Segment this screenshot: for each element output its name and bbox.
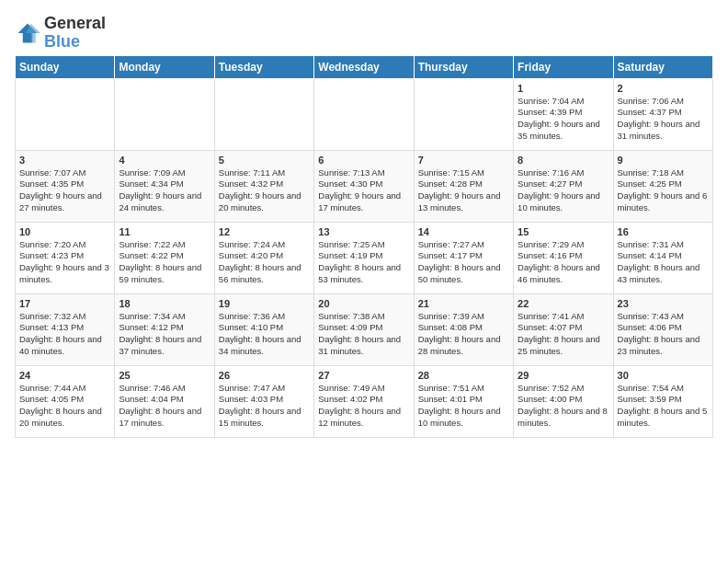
calendar-cell: 29Sunrise: 7:52 AM Sunset: 4:00 PM Dayli… bbox=[514, 365, 613, 437]
day-info: Sunrise: 7:22 AM Sunset: 4:22 PM Dayligh… bbox=[119, 239, 210, 286]
day-info: Sunrise: 7:06 AM Sunset: 4:37 PM Dayligh… bbox=[618, 96, 709, 143]
calendar-cell bbox=[115, 78, 214, 150]
day-number: 15 bbox=[518, 226, 609, 237]
calendar-cell: 17Sunrise: 7:32 AM Sunset: 4:13 PM Dayli… bbox=[16, 293, 115, 365]
day-info: Sunrise: 7:29 AM Sunset: 4:16 PM Dayligh… bbox=[518, 239, 609, 286]
calendar-table: SundayMondayTuesdayWednesdayThursdayFrid… bbox=[15, 55, 713, 438]
day-info: Sunrise: 7:32 AM Sunset: 4:13 PM Dayligh… bbox=[19, 311, 110, 358]
calendar-cell: 14Sunrise: 7:27 AM Sunset: 4:17 PM Dayli… bbox=[414, 222, 513, 293]
header-cell-wednesday: Wednesday bbox=[314, 55, 414, 78]
day-info: Sunrise: 7:47 AM Sunset: 4:03 PM Dayligh… bbox=[219, 383, 310, 430]
day-info: Sunrise: 7:44 AM Sunset: 4:05 PM Dayligh… bbox=[19, 383, 110, 430]
day-number: 23 bbox=[618, 298, 709, 309]
day-info: Sunrise: 7:51 AM Sunset: 4:01 PM Dayligh… bbox=[418, 383, 509, 430]
header-cell-sunday: Sunday bbox=[16, 55, 115, 78]
calendar-week-3: 17Sunrise: 7:32 AM Sunset: 4:13 PM Dayli… bbox=[16, 293, 713, 365]
calendar-cell: 25Sunrise: 7:46 AM Sunset: 4:04 PM Dayli… bbox=[115, 365, 214, 437]
header-cell-tuesday: Tuesday bbox=[214, 55, 313, 78]
calendar-cell: 19Sunrise: 7:36 AM Sunset: 4:10 PM Dayli… bbox=[214, 293, 313, 365]
day-number: 19 bbox=[219, 298, 310, 309]
calendar-cell: 26Sunrise: 7:47 AM Sunset: 4:03 PM Dayli… bbox=[214, 365, 313, 437]
day-info: Sunrise: 7:52 AM Sunset: 4:00 PM Dayligh… bbox=[518, 383, 609, 430]
day-number: 24 bbox=[19, 370, 110, 381]
day-info: Sunrise: 7:41 AM Sunset: 4:07 PM Dayligh… bbox=[518, 311, 609, 358]
day-number: 18 bbox=[119, 298, 210, 309]
day-info: Sunrise: 7:46 AM Sunset: 4:04 PM Dayligh… bbox=[119, 383, 210, 430]
header-row: SundayMondayTuesdayWednesdayThursdayFrid… bbox=[16, 55, 713, 78]
day-info: Sunrise: 7:31 AM Sunset: 4:14 PM Dayligh… bbox=[618, 239, 709, 286]
logo: GeneralBlue bbox=[15, 15, 106, 52]
calendar-cell bbox=[16, 78, 115, 150]
calendar-cell: 6Sunrise: 7:13 AM Sunset: 4:30 PM Daylig… bbox=[314, 150, 414, 222]
header-cell-thursday: Thursday bbox=[414, 55, 513, 78]
day-number: 13 bbox=[318, 226, 409, 237]
day-info: Sunrise: 7:49 AM Sunset: 4:02 PM Dayligh… bbox=[318, 383, 409, 430]
day-info: Sunrise: 7:07 AM Sunset: 4:35 PM Dayligh… bbox=[19, 167, 110, 214]
calendar-cell bbox=[214, 78, 313, 150]
day-number: 1 bbox=[518, 83, 609, 94]
calendar-cell: 22Sunrise: 7:41 AM Sunset: 4:07 PM Dayli… bbox=[514, 293, 613, 365]
day-number: 16 bbox=[618, 226, 709, 237]
calendar-cell: 10Sunrise: 7:20 AM Sunset: 4:23 PM Dayli… bbox=[16, 222, 115, 293]
calendar-cell: 20Sunrise: 7:38 AM Sunset: 4:09 PM Dayli… bbox=[314, 293, 414, 365]
calendar-cell: 23Sunrise: 7:43 AM Sunset: 4:06 PM Dayli… bbox=[613, 293, 712, 365]
calendar-cell: 2Sunrise: 7:06 AM Sunset: 4:37 PM Daylig… bbox=[613, 78, 712, 150]
calendar-cell: 24Sunrise: 7:44 AM Sunset: 4:05 PM Dayli… bbox=[16, 365, 115, 437]
day-number: 14 bbox=[418, 226, 509, 237]
day-number: 4 bbox=[119, 155, 210, 166]
day-number: 5 bbox=[219, 155, 310, 166]
calendar-header: SundayMondayTuesdayWednesdayThursdayFrid… bbox=[16, 55, 713, 78]
calendar-cell: 18Sunrise: 7:34 AM Sunset: 4:12 PM Dayli… bbox=[115, 293, 214, 365]
day-info: Sunrise: 7:11 AM Sunset: 4:32 PM Dayligh… bbox=[219, 167, 310, 214]
day-number: 22 bbox=[518, 298, 609, 309]
day-info: Sunrise: 7:09 AM Sunset: 4:34 PM Dayligh… bbox=[119, 167, 210, 214]
day-number: 26 bbox=[219, 370, 310, 381]
day-info: Sunrise: 7:27 AM Sunset: 4:17 PM Dayligh… bbox=[418, 239, 509, 286]
calendar-week-1: 3Sunrise: 7:07 AM Sunset: 4:35 PM Daylig… bbox=[16, 150, 713, 222]
day-number: 21 bbox=[418, 298, 509, 309]
header-cell-friday: Friday bbox=[514, 55, 613, 78]
logo-text: GeneralBlue bbox=[44, 15, 106, 52]
day-info: Sunrise: 7:38 AM Sunset: 4:09 PM Dayligh… bbox=[318, 311, 409, 358]
day-number: 29 bbox=[518, 370, 609, 381]
calendar-cell bbox=[314, 78, 414, 150]
header-cell-saturday: Saturday bbox=[613, 55, 712, 78]
day-info: Sunrise: 7:16 AM Sunset: 4:27 PM Dayligh… bbox=[518, 167, 609, 214]
calendar-cell: 28Sunrise: 7:51 AM Sunset: 4:01 PM Dayli… bbox=[414, 365, 513, 437]
calendar-week-4: 24Sunrise: 7:44 AM Sunset: 4:05 PM Dayli… bbox=[16, 365, 713, 437]
calendar-cell: 7Sunrise: 7:15 AM Sunset: 4:28 PM Daylig… bbox=[414, 150, 513, 222]
calendar-cell: 4Sunrise: 7:09 AM Sunset: 4:34 PM Daylig… bbox=[115, 150, 214, 222]
day-number: 27 bbox=[318, 370, 409, 381]
calendar-cell: 16Sunrise: 7:31 AM Sunset: 4:14 PM Dayli… bbox=[613, 222, 712, 293]
day-info: Sunrise: 7:36 AM Sunset: 4:10 PM Dayligh… bbox=[219, 311, 310, 358]
day-info: Sunrise: 7:43 AM Sunset: 4:06 PM Dayligh… bbox=[618, 311, 709, 358]
calendar-cell: 12Sunrise: 7:24 AM Sunset: 4:20 PM Dayli… bbox=[214, 222, 313, 293]
day-info: Sunrise: 7:15 AM Sunset: 4:28 PM Dayligh… bbox=[418, 167, 509, 214]
day-number: 7 bbox=[418, 155, 509, 166]
day-number: 8 bbox=[518, 155, 609, 166]
calendar-cell: 5Sunrise: 7:11 AM Sunset: 4:32 PM Daylig… bbox=[214, 150, 313, 222]
day-number: 9 bbox=[618, 155, 709, 166]
day-number: 25 bbox=[119, 370, 210, 381]
day-info: Sunrise: 7:04 AM Sunset: 4:39 PM Dayligh… bbox=[518, 96, 609, 143]
calendar-container: GeneralBlue SundayMondayTuesdayWednesday… bbox=[0, 0, 728, 445]
day-info: Sunrise: 7:54 AM Sunset: 3:59 PM Dayligh… bbox=[618, 383, 709, 430]
day-number: 2 bbox=[618, 83, 709, 94]
day-info: Sunrise: 7:25 AM Sunset: 4:19 PM Dayligh… bbox=[318, 239, 409, 286]
day-info: Sunrise: 7:24 AM Sunset: 4:20 PM Dayligh… bbox=[219, 239, 310, 286]
day-info: Sunrise: 7:34 AM Sunset: 4:12 PM Dayligh… bbox=[119, 311, 210, 358]
day-number: 28 bbox=[418, 370, 509, 381]
calendar-cell: 1Sunrise: 7:04 AM Sunset: 4:39 PM Daylig… bbox=[514, 78, 613, 150]
calendar-body: 1Sunrise: 7:04 AM Sunset: 4:39 PM Daylig… bbox=[16, 78, 713, 437]
calendar-cell: 9Sunrise: 7:18 AM Sunset: 4:25 PM Daylig… bbox=[613, 150, 712, 222]
day-number: 30 bbox=[618, 370, 709, 381]
day-number: 10 bbox=[19, 226, 110, 237]
calendar-cell: 8Sunrise: 7:16 AM Sunset: 4:27 PM Daylig… bbox=[514, 150, 613, 222]
calendar-cell: 30Sunrise: 7:54 AM Sunset: 3:59 PM Dayli… bbox=[613, 365, 712, 437]
day-info: Sunrise: 7:18 AM Sunset: 4:25 PM Dayligh… bbox=[618, 167, 709, 214]
day-number: 6 bbox=[318, 155, 409, 166]
day-number: 12 bbox=[219, 226, 310, 237]
calendar-week-2: 10Sunrise: 7:20 AM Sunset: 4:23 PM Dayli… bbox=[16, 222, 713, 293]
calendar-cell bbox=[414, 78, 513, 150]
day-number: 11 bbox=[119, 226, 210, 237]
